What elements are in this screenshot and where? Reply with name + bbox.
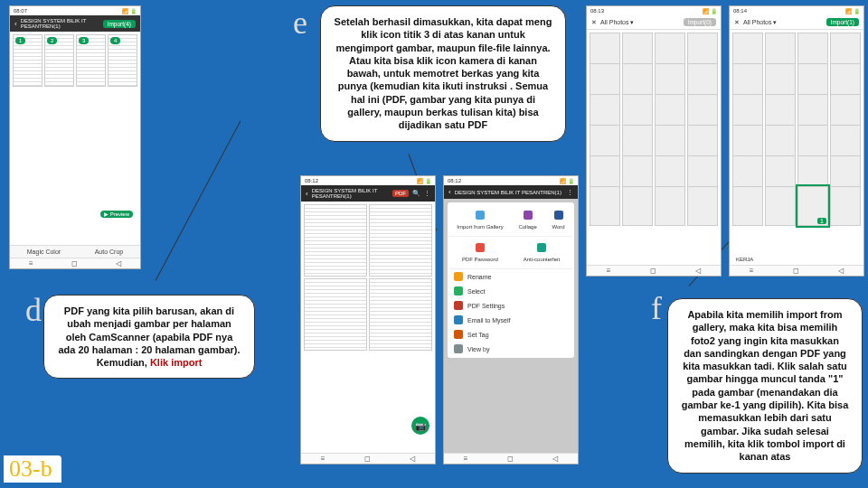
album-dropdown[interactable]: All Photos ▾ [600,19,680,26]
appbar: ‹ DESIGN SYSTEM BILIK IT PESANTREN(1) PD… [301,185,435,202]
gallery-thumb[interactable] [732,186,763,226]
bottom-options: Magic Color Auto Crop [10,245,140,258]
picker-appbar: ✕ All Photos ▾ Import(1) [730,15,863,30]
close-icon[interactable]: ✕ [734,19,740,26]
status-time: 08:12 [448,178,461,183]
gallery-thumb[interactable] [622,186,653,226]
status-time: 08:13 [590,8,604,14]
magic-color-option[interactable]: Magic Color [27,249,61,255]
picker-appbar: ✕ All Photos ▾ Import(0) [587,15,721,30]
menu-collage[interactable]: Collage [514,208,541,232]
selection-badge: 1 [817,218,826,224]
menu-pdf-password[interactable]: PDF Password [458,240,503,265]
gallery-thumb[interactable] [655,186,685,226]
gallery-thumb-selected[interactable]: 1 [797,186,828,226]
slide-number: 03-b [4,455,61,483]
import-button[interactable]: Import(0) [684,18,716,26]
statusbar: 08:12📶 🔋 [444,176,578,185]
menu-anticounterfeit[interactable]: Anti-counterfeit [519,240,564,265]
statusbar: 08:07 📶 🔋 [10,6,140,15]
album-dropdown[interactable]: All Photos ▾ [743,19,823,26]
menu-viewby[interactable]: View by [449,342,572,356]
pdf-icon [454,301,463,310]
callout-e-text: Setelah berhasil dimasukkan, kita dapat … [335,16,552,130]
callout-f: Apabila kita memilih import from gallery… [667,298,863,474]
kebab-icon[interactable]: ⋮ [424,190,430,197]
menu-word[interactable]: Word [547,208,569,232]
connector-d [156,121,241,281]
gallery-thumb[interactable] [590,186,620,226]
page-thumb[interactable] [369,278,432,351]
page-thumb[interactable]: 1 [13,34,42,87]
callout-d-red: Klik import [150,357,202,368]
page-thumb[interactable] [304,278,367,351]
camera-fab[interactable]: 📷 [411,417,429,435]
page-thumb[interactable]: 2 [44,34,74,87]
pdf-button[interactable]: PDF [392,190,409,197]
appbar: ‹ DESIGN SYSTEM BILIK IT PESANTREN(1) ⋮ [444,185,578,199]
back-icon[interactable]: ‹ [14,20,17,28]
status-icons: 📶 🔋 [560,178,574,184]
phone-e2: 08:12📶 🔋 ‹ DESIGN SYSTEM BILIK IT PESANT… [443,175,579,465]
android-navbar: ≡◻◁ [730,265,863,276]
gallery-thumb[interactable] [687,186,718,226]
page-thumb[interactable]: 4 [108,34,137,87]
android-navbar: ≡◻◁ [587,265,721,276]
close-icon[interactable]: ✕ [591,19,597,26]
android-navbar: ≡◻◁ [301,453,435,464]
phone-f1: 08:13📶 🔋 ✕ All Photos ▾ Import(0) ≡◻◁ [586,5,722,277]
lock-icon [476,243,485,252]
check-icon [454,286,463,296]
menu-pdf-settings[interactable]: PDF Settings [449,298,572,313]
auto-crop-option[interactable]: Auto Crop [95,249,124,255]
word-icon [554,211,563,220]
kebab-icon[interactable]: ⋮ [567,189,573,196]
preview-chip[interactable]: ▶ Preview [100,211,133,218]
gallery-thumb[interactable] [765,186,796,226]
status-icons: 📶 🔋 [703,8,717,14]
step-letter-e: e [293,4,307,42]
menu-rename[interactable]: Rename [449,269,572,284]
status-time: 08:14 [733,8,747,14]
mail-icon [454,315,463,324]
appbar-title: DESIGN SYSTEM BILIK IT PESANTREN(1) [312,188,389,199]
shield-icon [537,243,546,252]
page-badge: 2 [47,37,57,44]
import-button[interactable]: Import(4) [103,20,136,28]
back-icon[interactable]: ‹ [306,190,308,198]
slide: e d f Setelah berhasil dimasukkan, kita … [0,0,868,488]
search-icon[interactable]: 🔍 [412,190,420,197]
statusbar: 08:12📶 🔋 [301,176,435,185]
menu-settag[interactable]: Set Tag [449,327,572,342]
import-button[interactable]: Import(1) [826,18,859,26]
grid-icon [454,344,463,353]
callout-f-text: Apabila kita memilih import from gallery… [682,309,849,462]
android-navbar: ≡◻◁ [444,453,578,464]
page-badge: 1 [15,37,25,44]
collage-icon [524,211,533,220]
menu-import-gallery[interactable]: Import from Gallery [452,208,507,232]
menu-email[interactable]: Email to Myself [449,313,572,327]
gallery-thumb[interactable] [830,186,861,226]
status-icons: 📶 🔋 [845,8,860,14]
appbar: ‹ DESIGN SYSTEM BILIK IT PESANTREN(1) Im… [10,15,140,32]
appbar-title: DESIGN SYSTEM BILIK IT PESANTREN(1) [455,190,563,195]
page-badge: 4 [110,37,120,44]
page-thumb[interactable] [304,204,367,277]
android-navbar: ≡◻◁ [10,258,140,268]
callout-e: Setelah berhasil dimasukkan, kita dapat … [320,5,566,142]
status-time: 08:07 [14,8,27,14]
callout-d: PDF yang kita pilih barusan, akan di uba… [43,295,255,379]
gallery-icon [476,211,485,220]
page-thumb[interactable]: 3 [76,34,106,87]
step-letter-f: f [651,289,662,327]
statusbar: 08:13📶 🔋 [587,6,721,15]
back-icon[interactable]: ‹ [448,188,451,196]
step-letter-d: d [25,291,42,329]
phone-e1: 08:12📶 🔋 ‹ DESIGN SYSTEM BILIK IT PESANT… [300,175,436,465]
appbar-title: DESIGN SYSTEM BILIK IT PESANTREN(1) [21,18,99,29]
album-label: KERJA [733,256,756,263]
page-thumb[interactable] [369,204,432,277]
status-icons: 📶 🔋 [122,8,137,14]
menu-select[interactable]: Select [449,284,572,298]
